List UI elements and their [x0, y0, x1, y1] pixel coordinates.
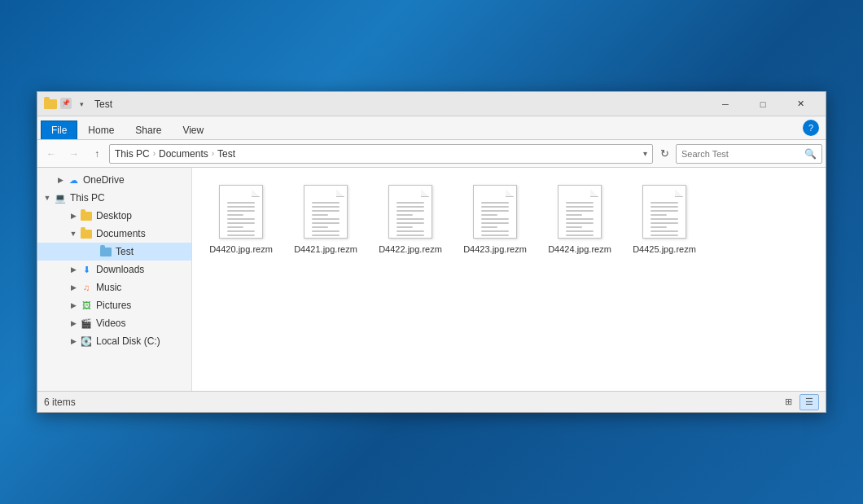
- sidebar: ▶ ☁ OneDrive ▼ 💻 This PC ▶ Desktop ▼ Doc…: [37, 168, 192, 391]
- sidebar-item-music[interactable]: ▶ ♫ Music: [37, 278, 191, 296]
- title-bar: 📌 ▾ Test ─ □ ✕: [37, 92, 826, 116]
- help-button[interactable]: ?: [803, 120, 819, 136]
- pictures-icon: 🖼: [80, 299, 93, 312]
- tiles-view-button[interactable]: ⊞: [778, 394, 798, 410]
- file-label: D4421.jpg.rezm: [294, 243, 357, 255]
- sidebar-item-downloads[interactable]: ▶ ⬇ Downloads: [37, 261, 191, 278]
- minimize-button[interactable]: ─: [707, 92, 744, 116]
- disk-icon: 💽: [80, 335, 93, 348]
- tab-view[interactable]: View: [172, 121, 214, 139]
- expand-localdisk[interactable]: ▶: [67, 335, 80, 348]
- sidebar-item-thispc[interactable]: ▼ 💻 This PC: [37, 189, 191, 207]
- videos-icon: 🎬: [80, 317, 93, 330]
- file-icon: [386, 182, 435, 239]
- sidebar-label-thispc: This PC: [70, 192, 105, 204]
- address-path[interactable]: This PC › Documents › Test ▾: [109, 144, 653, 164]
- expand-desktop[interactable]: ▶: [67, 209, 80, 222]
- expand-thispc[interactable]: ▼: [41, 191, 54, 204]
- path-sep-1: ›: [153, 149, 156, 158]
- sidebar-item-onedrive[interactable]: ▶ ☁ OneDrive: [37, 171, 191, 189]
- address-bar: ← → ↑ This PC › Documents › Test ▾ ↻ 🔍: [37, 140, 826, 168]
- path-sep-2: ›: [212, 149, 214, 158]
- sidebar-label-pictures: Pictures: [96, 300, 131, 311]
- sidebar-item-documents[interactable]: ▼ Documents: [37, 225, 191, 243]
- path-thispc[interactable]: This PC: [115, 148, 150, 160]
- search-box: 🔍: [676, 144, 822, 164]
- explorer-window: 📌 ▾ Test ─ □ ✕ File Home Share View ? ← …: [37, 91, 826, 413]
- sidebar-label-onedrive: OneDrive: [83, 174, 125, 186]
- up-button[interactable]: ↑: [86, 144, 107, 164]
- sidebar-label-documents: Documents: [96, 228, 146, 239]
- forward-button[interactable]: →: [64, 144, 85, 164]
- dropdown-arrow-icon: ▾: [75, 98, 88, 111]
- search-icon[interactable]: 🔍: [804, 148, 817, 160]
- view-buttons: ⊞ ☰: [778, 394, 819, 410]
- folder-desktop-icon: [80, 209, 93, 222]
- list-item[interactable]: D4423.jpg.rezm: [454, 176, 536, 261]
- sidebar-label-videos: Videos: [96, 318, 125, 329]
- file-label: D4420.jpg.rezm: [209, 243, 273, 255]
- path-dropdown-arrow[interactable]: ▾: [643, 149, 647, 158]
- path-documents[interactable]: Documents: [159, 148, 208, 160]
- file-icon: [301, 182, 350, 239]
- folder-title-icon: [44, 98, 57, 111]
- ribbon-tabs: File Home Share View ?: [37, 116, 826, 139]
- sidebar-item-videos[interactable]: ▶ 🎬 Videos: [37, 314, 191, 332]
- expand-music[interactable]: ▶: [67, 281, 80, 294]
- sidebar-item-localdisk[interactable]: ▶ 💽 Local Disk (C:): [37, 332, 191, 350]
- downloads-icon: ⬇: [80, 263, 93, 276]
- file-icon: [640, 182, 689, 239]
- ribbon: File Home Share View ?: [37, 116, 826, 140]
- sidebar-label-desktop: Desktop: [96, 210, 132, 221]
- title-bar-icons: 📌 ▾: [44, 98, 88, 111]
- pin-icon: 📌: [60, 98, 72, 109]
- tab-home[interactable]: Home: [77, 121, 125, 139]
- music-icon: ♫: [80, 281, 93, 294]
- list-item[interactable]: D4425.jpg.rezm: [624, 176, 705, 261]
- file-label: D4422.jpg.rezm: [379, 243, 442, 255]
- folder-test-icon: [99, 245, 112, 258]
- expand-downloads[interactable]: ▶: [67, 263, 80, 276]
- expand-documents[interactable]: ▼: [67, 227, 80, 240]
- path-test[interactable]: Test: [217, 148, 235, 160]
- file-label: D4424.jpg.rezm: [548, 243, 611, 255]
- file-area: D4420.jpg.rezm D4421.jpg.rezm: [192, 168, 826, 391]
- sidebar-item-desktop[interactable]: ▶ Desktop: [37, 207, 191, 225]
- sidebar-label-music: Music: [96, 282, 121, 293]
- file-label: D4423.jpg.rezm: [463, 243, 527, 255]
- tab-share[interactable]: Share: [125, 121, 172, 139]
- back-button[interactable]: ←: [41, 144, 62, 164]
- sidebar-item-pictures[interactable]: ▶ 🖼 Pictures: [37, 296, 191, 314]
- refresh-button[interactable]: ↻: [655, 144, 674, 164]
- window-title: Test: [94, 99, 707, 110]
- file-label: D4425.jpg.rezm: [633, 243, 696, 255]
- sidebar-label-test: Test: [116, 246, 134, 257]
- details-view-button[interactable]: ☰: [799, 394, 819, 410]
- expand-onedrive[interactable]: ▶: [54, 173, 67, 186]
- folder-documents-icon: [80, 227, 93, 240]
- close-button[interactable]: ✕: [782, 92, 819, 116]
- status-bar: 6 items ⊞ ☰: [37, 391, 826, 412]
- list-item[interactable]: D4422.jpg.rezm: [370, 176, 451, 261]
- list-item[interactable]: D4424.jpg.rezm: [539, 176, 620, 261]
- file-icon: [471, 182, 519, 239]
- search-input[interactable]: [681, 149, 801, 159]
- list-item[interactable]: D4421.jpg.rezm: [285, 176, 366, 261]
- file-icon: [555, 182, 604, 239]
- maximize-button[interactable]: □: [744, 92, 782, 116]
- expand-videos[interactable]: ▶: [67, 317, 80, 330]
- sidebar-label-localdisk: Local Disk (C:): [96, 335, 160, 347]
- tab-file[interactable]: File: [41, 121, 77, 139]
- window-controls: ─ □ ✕: [707, 92, 819, 116]
- cloud-icon: ☁: [67, 173, 80, 186]
- expand-pictures[interactable]: ▶: [67, 299, 80, 312]
- sidebar-item-test[interactable]: Test: [37, 243, 191, 261]
- list-item[interactable]: D4420.jpg.rezm: [200, 176, 282, 261]
- item-count: 6 items: [44, 397, 76, 408]
- file-grid: D4420.jpg.rezm D4421.jpg.rezm: [200, 176, 817, 383]
- main-content: ▶ ☁ OneDrive ▼ 💻 This PC ▶ Desktop ▼ Doc…: [37, 168, 826, 391]
- sidebar-label-downloads: Downloads: [96, 264, 144, 275]
- file-icon: [217, 182, 265, 239]
- expand-test: [86, 245, 99, 258]
- pc-icon: 💻: [54, 191, 67, 204]
